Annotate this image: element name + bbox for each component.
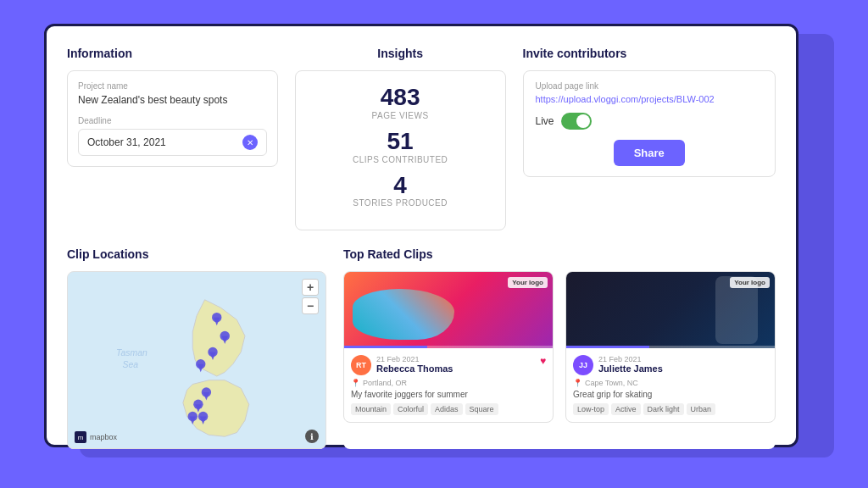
stories-produced-label: STORIES PRODUCED [313, 198, 488, 208]
information-title: Information [67, 47, 278, 60]
clip-header-2: JJ 21 Feb 2021 Juliette James [573, 355, 768, 375]
clip-progress-fill-2 [566, 346, 649, 348]
stories-produced-number: 4 [313, 173, 488, 199]
insights-title: Insights [295, 47, 506, 60]
deadline-field[interactable]: October 31, 2021 ✕ [78, 129, 267, 156]
outer-wrapper: Information Project name New Zealand's b… [44, 24, 824, 464]
avatar-rt: RT [351, 355, 371, 375]
top-rated-clips-panel: Top Rated Clips Your logo [343, 247, 776, 449]
tag-darklight: Dark light [643, 403, 684, 415]
heart-icon-1[interactable]: ♥ [540, 355, 546, 367]
clip-desc-2: Great grip for skating [573, 390, 768, 399]
insights-panel: Insights 483 PAGE VIEWS 51 CLIPS CONTRIB… [295, 47, 506, 230]
clip-info-1: RT 21 Feb 2021 Rebecca Thomas ♥ 📍 Portla… [344, 348, 553, 422]
bottom-row: Clip Locations Tasman Sea [67, 247, 776, 449]
svg-text:Tasman: Tasman [116, 349, 147, 358]
mapbox-logo: m mapbox [75, 431, 117, 443]
avatar-jj: JJ [573, 355, 593, 375]
clip-date-2: 21 Feb 2021 [598, 355, 768, 363]
clip-header-1: RT 21 Feb 2021 Rebecca Thomas ♥ [351, 355, 546, 375]
clips-contributed-label: CLIPS CONTRIBUTED [313, 155, 488, 164]
clip-progress-1 [344, 346, 553, 348]
live-row: Live [536, 113, 764, 130]
main-card: Information Project name New Zealand's b… [44, 24, 798, 447]
clips-contributed-number: 51 [313, 129, 488, 155]
your-logo-2: Your logo [730, 277, 770, 288]
top-row: Information Project name New Zealand's b… [67, 47, 776, 230]
clip-desc-1: My favorite joggers for summer [351, 390, 546, 399]
date-icon: ✕ [242, 135, 258, 150]
mapbox-label: mapbox [90, 433, 117, 441]
tag-mountain: Mountain [351, 403, 391, 415]
tag-colorful: Colorful [393, 403, 428, 415]
clip-progress-2 [566, 346, 775, 348]
upload-link[interactable]: https://upload.vloggi.com/projects/BLW-0… [536, 94, 764, 104]
clip-thumbnail-1: Your logo [344, 272, 553, 348]
share-button[interactable]: Share [614, 140, 685, 166]
invite-panel: Invite contributors Upload page link htt… [523, 47, 776, 230]
tag-active: Active [611, 403, 641, 415]
information-panel: Information Project name New Zealand's b… [67, 47, 278, 230]
clip-locations-title: Clip Locations [67, 247, 326, 261]
insights-box: 483 PAGE VIEWS 51 CLIPS CONTRIBUTED 4 ST… [295, 70, 506, 230]
clip-location-2: 📍 Cape Town, NC [573, 379, 768, 387]
zoom-in-button[interactable]: + [302, 279, 319, 296]
mapbox-icon: m [75, 431, 86, 443]
project-name-value: New Zealand's best beauty spots [78, 94, 267, 106]
live-toggle[interactable] [561, 113, 592, 130]
clip-info-2: JJ 21 Feb 2021 Juliette James 📍 Cape Tow… [566, 348, 775, 422]
clip-locations-panel: Clip Locations Tasman Sea [67, 247, 326, 449]
shoe-decoration [353, 289, 454, 340]
clip-location-text-1: Portland, OR [363, 379, 407, 387]
clip-thumbnail-2: Your logo [566, 272, 775, 348]
clip-author-1: Rebecca Thomas [376, 363, 535, 374]
clip-location-text-2: Cape Town, NC [585, 379, 638, 387]
clip-author-2: Juliette James [598, 363, 768, 374]
top-rated-title: Top Rated Clips [343, 247, 776, 261]
clip-meta-2: 21 Feb 2021 Juliette James [598, 355, 768, 374]
project-name-label: Project name [78, 81, 267, 91]
clip-progress-fill-1 [344, 346, 427, 348]
svg-text:Sea: Sea [123, 360, 139, 369]
clip-tags-2: Low-top Active Dark light Urban [573, 403, 768, 415]
deadline-label: Deadline [78, 116, 267, 125]
clip-card-1[interactable]: Your logo RT 21 Feb 2021 Rebecca Thomas [343, 271, 554, 423]
zoom-out-button[interactable]: − [302, 297, 319, 314]
clip-location-1: 📍 Portland, OR [351, 379, 546, 387]
upload-link-label: Upload page link [536, 81, 764, 91]
invite-title: Invite contributors [523, 47, 776, 60]
tag-urban: Urban [687, 403, 716, 415]
page-views-label: PAGE VIEWS [313, 111, 488, 120]
map-container[interactable]: Tasman Sea [67, 271, 326, 449]
invite-box: Upload page link https://upload.vloggi.c… [523, 70, 776, 177]
clip-date-1: 21 Feb 2021 [376, 355, 535, 363]
tag-square: Square [465, 403, 498, 415]
clips-grid: Your logo RT 21 Feb 2021 Rebecca Thomas [343, 271, 776, 423]
location-pin-2: 📍 [573, 379, 582, 387]
clip-meta-1: 21 Feb 2021 Rebecca Thomas [376, 355, 535, 374]
live-label: Live [536, 115, 554, 127]
deadline-value: October 31, 2021 [87, 136, 166, 148]
map-zoom-controls: + − [302, 279, 319, 314]
page-views-number: 483 [313, 85, 488, 111]
clip-tags-1: Mountain Colorful Adidas Square [351, 403, 546, 415]
location-pin-1: 📍 [351, 379, 360, 387]
your-logo-1: Your logo [508, 277, 548, 288]
information-box: Project name New Zealand's best beauty s… [67, 70, 278, 167]
tag-lowtop: Low-top [573, 403, 609, 415]
clip-card-2[interactable]: Your logo JJ 21 Feb 2021 Juliette James [565, 271, 776, 423]
tag-adidas: Adidas [431, 403, 463, 415]
